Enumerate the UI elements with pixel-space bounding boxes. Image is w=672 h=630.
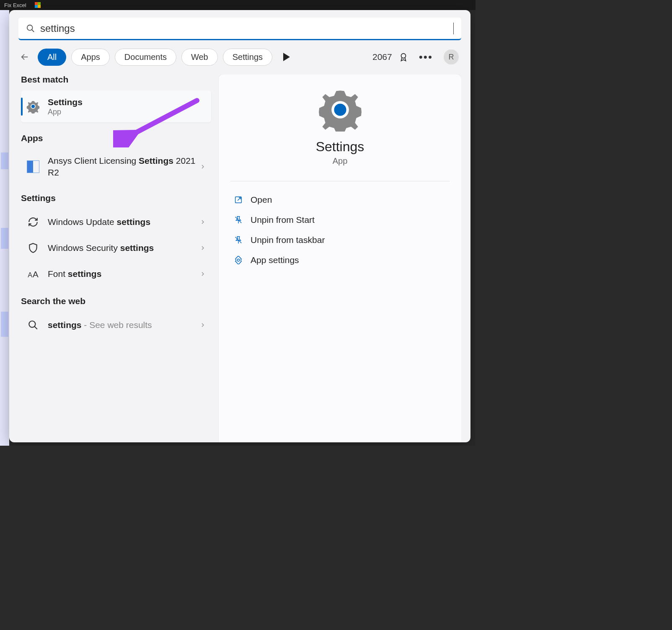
divider: [230, 181, 450, 181]
more-options-icon[interactable]: •••: [419, 51, 433, 64]
shield-icon: [28, 243, 39, 253]
svg-line-1: [32, 29, 34, 32]
result-title: Windows Update settings: [48, 216, 199, 227]
action-unpin-taskbar[interactable]: Unpin from taskbar: [230, 230, 450, 250]
svg-point-11: [334, 103, 346, 116]
result-app-ansys[interactable]: Ansys Client Licensing Settings 2021 R2: [21, 149, 211, 184]
svg-point-0: [27, 25, 33, 30]
medal-icon[interactable]: [399, 52, 408, 62]
result-setting-windows-security[interactable]: Windows Security settings: [21, 235, 211, 261]
background-left-strip: [0, 10, 9, 446]
search-icon: [26, 24, 35, 33]
user-avatar[interactable]: R: [444, 49, 459, 65]
font-icon: AA: [27, 268, 39, 280]
chevron-right-icon: [199, 322, 206, 328]
gear-icon-large: [318, 88, 362, 132]
app-icon: [27, 160, 39, 173]
result-setting-windows-update[interactable]: Windows Update settings: [21, 209, 211, 235]
result-best-match-settings[interactable]: Settings App: [21, 90, 211, 122]
section-settings: Settings: [21, 193, 211, 203]
action-label: Open: [251, 195, 272, 205]
chevron-right-icon: [199, 271, 206, 277]
detail-pane: Settings App Open Unpin from Start Unpin…: [219, 75, 461, 442]
open-icon: [234, 195, 243, 204]
section-search-web: Search the web: [21, 296, 211, 306]
background-browser-tabs: Fix Excel: [0, 0, 476, 10]
action-unpin-start[interactable]: Unpin from Start: [230, 210, 450, 230]
gear-icon: [26, 99, 40, 114]
action-open[interactable]: Open: [230, 190, 450, 210]
result-title: Settings: [48, 97, 83, 107]
unpin-icon: [234, 215, 243, 225]
detail-subtitle: App: [230, 156, 450, 166]
results-column: Best match Settings App Apps Ansys Clien…: [18, 75, 211, 442]
text-cursor: [453, 23, 454, 34]
rewards-points[interactable]: 2067: [372, 52, 392, 62]
result-title: Ansys Client Licensing Settings 2021 R2: [48, 155, 199, 178]
section-best-match: Best match: [21, 75, 211, 85]
filter-all[interactable]: All: [38, 49, 66, 66]
search-icon: [28, 320, 39, 330]
filter-documents[interactable]: Documents: [115, 49, 176, 66]
chevron-right-icon: [199, 219, 206, 225]
svg-point-5: [31, 105, 35, 108]
section-apps: Apps: [21, 133, 211, 143]
svg-point-17: [237, 259, 240, 261]
svg-text:A: A: [33, 269, 39, 279]
gear-icon: [234, 256, 243, 265]
chevron-right-icon: [199, 245, 206, 251]
result-web-search[interactable]: settings - See web results: [21, 312, 211, 338]
action-label: App settings: [251, 255, 299, 265]
result-title: Font settings: [48, 268, 199, 279]
play-icon[interactable]: [283, 53, 290, 61]
svg-line-9: [34, 326, 37, 329]
filter-web[interactable]: Web: [181, 49, 218, 66]
action-label: Unpin from taskbar: [251, 235, 325, 245]
result-subtitle: App: [48, 108, 206, 116]
svg-text:A: A: [28, 271, 32, 279]
filter-settings[interactable]: Settings: [223, 49, 272, 66]
svg-point-3: [401, 54, 406, 58]
unpin-icon: [234, 235, 243, 245]
search-box[interactable]: [18, 18, 461, 40]
detail-title: Settings: [230, 139, 450, 155]
result-title: settings - See web results: [48, 319, 199, 330]
action-app-settings[interactable]: App settings: [230, 250, 450, 270]
action-label: Unpin from Start: [251, 215, 315, 225]
back-arrow-icon[interactable]: [20, 52, 29, 62]
filter-row: All Apps Documents Web Settings 2067 •••…: [18, 48, 461, 66]
result-setting-font[interactable]: AA Font settings: [21, 261, 211, 287]
svg-point-8: [29, 321, 35, 327]
search-input[interactable]: [40, 23, 453, 34]
filter-apps[interactable]: Apps: [71, 49, 110, 66]
refresh-icon: [28, 217, 39, 227]
microsoft-logo-icon: [35, 2, 41, 8]
result-title: Windows Security settings: [48, 242, 199, 253]
search-flyout: All Apps Documents Web Settings 2067 •••…: [9, 10, 470, 442]
chevron-right-icon: [199, 163, 206, 170]
